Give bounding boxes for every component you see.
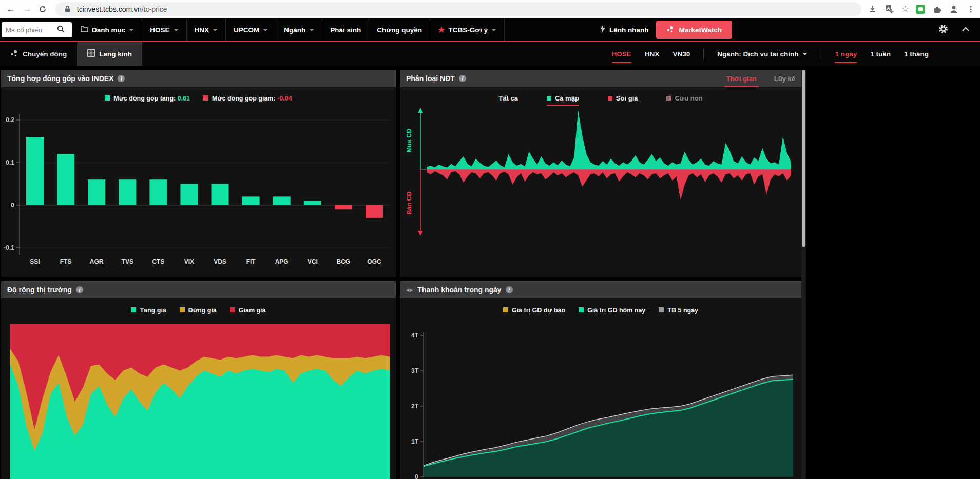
- tab-ca-map[interactable]: Cá mập: [547, 94, 579, 102]
- ticker-search[interactable]: [2, 22, 72, 37]
- green-swatch: [579, 307, 584, 312]
- nav-lenh-nhanh[interactable]: Lệnh nhanh: [592, 18, 657, 41]
- puzzle-extension-icon[interactable]: [932, 4, 942, 14]
- nav-marketwatch[interactable]: MarketWatch: [656, 21, 732, 39]
- url-path: /tc-price: [142, 5, 167, 13]
- motion-dots-icon: [10, 49, 18, 59]
- green-extension-icon[interactable]: [916, 5, 925, 14]
- main-navbar: Danh mục HOSE HNX UPCOM Ngành Phái sinh …: [0, 18, 980, 41]
- forward-icon[interactable]: →: [20, 2, 33, 16]
- download-icon[interactable]: [868, 4, 878, 14]
- nav-phai-sinh[interactable]: Phái sinh: [322, 18, 369, 41]
- url-bar[interactable]: tcinvest.tcbs.com.vn/tc-price: [55, 2, 861, 16]
- svg-text:1T: 1T: [411, 438, 419, 445]
- info-icon[interactable]: i: [506, 286, 513, 293]
- sub-navbar: Chuyển động Lăng kính HOSE HNX VN30 Ngàn…: [0, 42, 980, 66]
- drag-handle-icon[interactable]: ◀▶: [406, 288, 413, 292]
- liquidity-chart: 4T3T2T1T0: [400, 320, 801, 479]
- chevron-down-icon: [174, 29, 179, 31]
- legend-item-down: Mức đóng góp giảm: -0.04: [203, 95, 292, 102]
- chevron-down-icon: [491, 29, 496, 31]
- sector-dropdown-label: Ngành: Dịch vụ tài chính: [717, 50, 798, 58]
- svg-text:-0.1: -0.1: [4, 244, 14, 251]
- index-legend: Mức đóng góp tăng: 0.61 Mức đóng góp giả…: [1, 95, 396, 102]
- gear-icon[interactable]: [938, 24, 948, 36]
- tab-chuyen-dong[interactable]: Chuyển động: [0, 42, 77, 66]
- tab-lang-kinh[interactable]: Lăng kính: [77, 42, 142, 66]
- chrome-icons: A ☆: [868, 4, 976, 14]
- divider: [703, 48, 704, 59]
- legend-item-decline: Giảm giá: [230, 307, 266, 314]
- profile-avatar-icon[interactable]: [949, 4, 959, 14]
- browser-toolbar: ← → tcinvest.tcbs.com.vn/tc-price A ☆: [0, 0, 980, 18]
- panels-scrollbar: [801, 70, 806, 479]
- filter-hose[interactable]: HOSE: [612, 48, 631, 60]
- nav-label: HNX: [195, 26, 209, 34]
- info-icon[interactable]: i: [118, 75, 125, 82]
- filter-hnx[interactable]: HNX: [645, 48, 660, 60]
- nav-label: Lệnh nhanh: [609, 26, 649, 34]
- svg-text:AGR: AGR: [90, 258, 104, 265]
- tab-cuu-non[interactable]: Cừu non: [666, 94, 702, 102]
- up-value: 0.61: [178, 95, 190, 102]
- nav-label: TCBS-Gợi ý: [449, 26, 488, 34]
- tab-soi-gia[interactable]: Sói già: [608, 94, 638, 102]
- legend-item-up: Mức đóng góp tăng: 0.61: [105, 95, 190, 102]
- chevron-down-icon: [309, 29, 314, 31]
- nav-hnx[interactable]: HNX: [187, 18, 226, 41]
- nav-right-icons: [938, 18, 980, 41]
- browser-menu-kebab-icon[interactable]: [966, 4, 976, 14]
- panel-header: Phân loại NĐT i Thời gian Lũy kế: [400, 70, 801, 87]
- sheep-swatch: [666, 96, 671, 101]
- tab-label: Lăng kính: [99, 50, 132, 58]
- period-1-thang[interactable]: 1 tháng: [904, 48, 929, 60]
- legend-item-advance: Tăng giá: [131, 307, 166, 314]
- translate-icon[interactable]: A: [885, 4, 895, 14]
- svg-text:0.1: 0.1: [6, 159, 14, 166]
- nav-upcom[interactable]: UPCOM: [226, 18, 276, 41]
- svg-text:APG: APG: [275, 258, 289, 265]
- sector-dropdown[interactable]: Ngành: Dịch vụ tài chính: [717, 48, 808, 60]
- green-swatch: [131, 307, 136, 312]
- view-thoi-gian[interactable]: Thời gian: [726, 75, 757, 83]
- panel-liquidity: ◀▶ Thanh khoản trong ngày i Giá trị GD d…: [400, 281, 801, 479]
- svg-text:TVS: TVS: [122, 258, 133, 265]
- filter-vn30[interactable]: VN30: [672, 48, 690, 60]
- nav-nganh[interactable]: Ngành: [276, 18, 322, 41]
- panel-title: Phân loại NĐT: [406, 74, 455, 83]
- info-icon[interactable]: i: [76, 286, 83, 293]
- chevron-down-icon: [263, 29, 268, 31]
- chevron-up-icon[interactable]: [962, 25, 970, 34]
- refresh-icon[interactable]: [36, 2, 49, 16]
- info-icon[interactable]: i: [459, 75, 466, 82]
- nav-danh-muc[interactable]: Danh mục: [73, 18, 142, 41]
- panel-title: Thanh khoản trong ngày: [417, 286, 501, 294]
- folder-icon: [81, 26, 88, 34]
- nav-chung-quyen[interactable]: Chứng quyền: [369, 18, 430, 41]
- period-1-ngay[interactable]: 1 ngày: [835, 48, 857, 60]
- panel-header: ◀▶ Thanh khoản trong ngày i: [400, 281, 801, 298]
- nav-label: Phái sinh: [330, 26, 361, 34]
- chevron-down-icon: [802, 53, 808, 55]
- svg-text:Mua CĐ: Mua CĐ: [406, 129, 413, 153]
- legend-item-today: Giá trị GD hôm nay: [579, 307, 645, 314]
- gray-swatch: [659, 307, 664, 312]
- chevron-down-icon: [129, 29, 134, 31]
- panel-title: Độ rộng thị trường: [7, 286, 72, 294]
- bookmark-star-icon[interactable]: ☆: [901, 5, 909, 13]
- back-icon[interactable]: ←: [4, 2, 17, 16]
- panels-scrollbar-thumb[interactable]: [802, 70, 805, 247]
- marketwatch-dots-icon: [666, 25, 675, 35]
- view-luy-ke[interactable]: Lũy kế: [774, 75, 795, 83]
- nav-spacer: [505, 18, 592, 41]
- svg-text:A: A: [887, 6, 890, 11]
- nav-label: MarketWatch: [679, 26, 722, 34]
- ticker-search-input[interactable]: [6, 26, 57, 34]
- tab-tat-ca[interactable]: Tất cả: [498, 94, 518, 102]
- nav-tcbs-goi-y[interactable]: ★ TCBS-Gợi ý: [430, 18, 505, 41]
- nav-hose[interactable]: HOSE: [142, 18, 186, 41]
- liquidity-legend: Giá trị GD dự báo Giá trị GD hôm nay TB …: [400, 307, 801, 314]
- svg-text:VDS: VDS: [214, 258, 226, 265]
- legend-item-forecast: Giá trị GD dự báo: [503, 307, 565, 314]
- period-1-tuan[interactable]: 1 tuần: [870, 48, 891, 60]
